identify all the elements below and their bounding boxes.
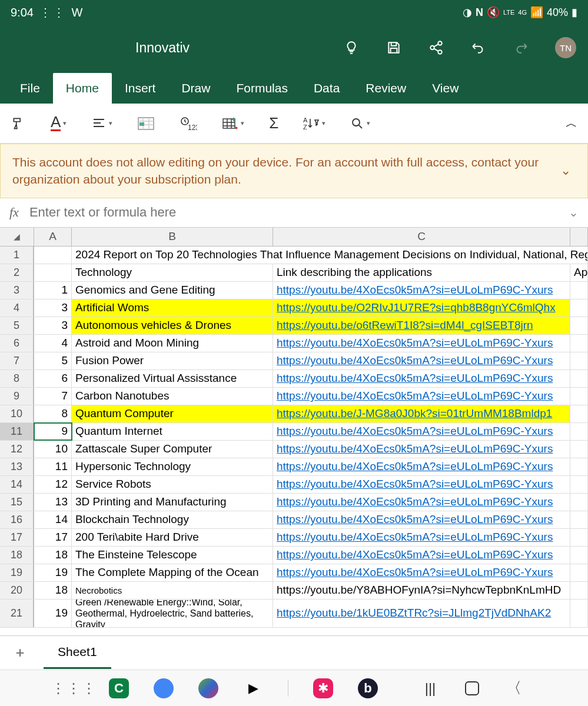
cell-a[interactable] <box>34 264 72 281</box>
table-row[interactable]: 1818The Einsteine Telescopehttps://youtu… <box>0 547 588 564</box>
cell-d[interactable] <box>570 282 588 299</box>
cell-c[interactable]: https://youtu.be/4XoEcs0k5mA?si=eULoLmP6… <box>273 370 570 387</box>
cell-c[interactable]: https://youtu.be/o6tRewiT1I8?si=dM4l_cgI… <box>273 317 570 334</box>
cell-c[interactable]: https://youtu.be/4XoEcs0k5mA?si=eULoLmP6… <box>273 564 570 581</box>
cell-c[interactable]: https://youtu.be/4XoEcs0k5mA?si=eULoLmP6… <box>273 282 570 299</box>
row-header[interactable]: 18 <box>0 547 34 564</box>
app-icon-5[interactable]: b <box>358 678 378 698</box>
save-icon[interactable] <box>386 39 402 56</box>
cell-a[interactable]: 19 <box>34 564 72 581</box>
formula-expand-icon[interactable]: ⌄ <box>569 205 579 219</box>
cell-b[interactable]: Carbon Nanotubes <box>72 388 273 405</box>
table-row[interactable]: 43Artificial Womshttps://youtu.be/O2RIvJ… <box>0 299 588 317</box>
row-header[interactable]: 13 <box>0 458 34 475</box>
row-header[interactable]: 12 <box>0 441 34 458</box>
app-icon-4[interactable]: ✱ <box>313 678 333 698</box>
redo-icon[interactable] <box>513 39 529 56</box>
table-row[interactable]: 15133D Printing and Manufacturinghttps:/… <box>0 494 588 511</box>
cell-a[interactable]: 19 <box>34 600 72 627</box>
row-header[interactable]: 20 <box>0 582 34 599</box>
app-icon-2[interactable] <box>154 678 174 698</box>
row-header[interactable]: 2 <box>0 264 34 281</box>
cell-c[interactable]: https://youtu.be/4XoEcs0k5mA?si=eULoLmP6… <box>273 441 570 458</box>
menu-home[interactable]: Home <box>53 73 112 104</box>
merge-cells-button[interactable] <box>137 116 155 131</box>
cell-d[interactable] <box>570 405 588 422</box>
document-title[interactable]: Innovativ <box>135 40 190 56</box>
cell-d[interactable] <box>570 476 588 493</box>
apps-icon[interactable]: ⋮⋮⋮ <box>64 678 84 698</box>
cell-c[interactable]: https://youtu.be/J-MG8a0J0bk?si=01trUmMM… <box>273 405 570 422</box>
row-header[interactable]: 4 <box>0 299 34 317</box>
avatar[interactable]: TN <box>555 37 576 58</box>
cell-c[interactable]: https://youtu.be/1kUE0BZtTRc?si=JLlmg2Tj… <box>273 600 570 627</box>
app-icon-1[interactable]: C <box>109 678 129 698</box>
cell-c[interactable]: https://youtu.be/4XoEcs0k5mA?si=eULoLmP6… <box>273 458 570 475</box>
cell-a[interactable]: 18 <box>34 582 72 599</box>
table-row[interactable]: 2018Necroboticshttps://youtu.be/Y8ABHOFy… <box>0 582 588 600</box>
row-header[interactable]: 6 <box>0 335 34 352</box>
format-painter-button[interactable] <box>11 116 26 131</box>
collapse-toolbar-button[interactable]: ︿ <box>566 115 577 131</box>
cell-a[interactable]: 10 <box>34 441 72 458</box>
menu-insert[interactable]: Insert <box>112 73 169 104</box>
cell-d[interactable] <box>570 582 588 599</box>
table-row[interactable]: 1210Zattascale Super Computerhttps://you… <box>0 441 588 458</box>
cell-b-spill[interactable]: 2024 Report on Top 20 Technologies That … <box>72 247 588 264</box>
table-row[interactable]: 86Personalized Virtual Assisstancehttps:… <box>0 370 588 388</box>
cell-a[interactable]: 3 <box>34 299 72 317</box>
cell-c[interactable]: https://youtu.be/4XoEcs0k5mA?si=eULoLmP6… <box>273 352 570 369</box>
cell-b[interactable]: Blockchain Technology <box>72 511 273 528</box>
cell-b[interactable]: Quantum Computer <box>72 405 273 422</box>
cell-a[interactable]: 7 <box>34 388 72 405</box>
row-header[interactable]: 17 <box>0 529 34 546</box>
sort-filter-button[interactable]: AZ▾ <box>303 116 325 131</box>
sheet-tab-1[interactable]: Sheet1 <box>44 637 111 669</box>
row-header[interactable]: 1 <box>0 247 34 264</box>
cell-b[interactable]: Green /Renewable Energy::Wind, Solar, Ge… <box>72 600 273 627</box>
undo-icon[interactable] <box>470 39 487 56</box>
cell-d[interactable] <box>570 600 588 627</box>
cell-d[interactable] <box>570 441 588 458</box>
cell-d[interactable] <box>570 511 588 528</box>
row-header[interactable]: 11 <box>0 423 34 440</box>
menu-data[interactable]: Data <box>301 73 353 104</box>
cell-d[interactable]: App <box>570 264 588 281</box>
column-header-a[interactable]: A <box>34 228 72 246</box>
table-row[interactable]: 1412Service Robotshttps://youtu.be/4XoEc… <box>0 476 588 494</box>
cell-c[interactable]: https://youtu.be/4XoEcs0k5mA?si=eULoLmP6… <box>273 511 570 528</box>
table-row[interactable]: 1614Blockchain Technologyhttps://youtu.b… <box>0 511 588 529</box>
cell-c[interactable]: Link describing the applications <box>273 264 570 281</box>
table-row[interactable]: 119Quantum Internethttps://youtu.be/4XoE… <box>0 423 588 441</box>
cell-c[interactable]: https://youtu.be/4XoEcs0k5mA?si=eULoLmP6… <box>273 388 570 405</box>
menu-view[interactable]: View <box>419 73 471 104</box>
cell-c[interactable]: https://youtu.be/O2RIvJ1U7RE?si=qhb8B8gn… <box>273 299 570 317</box>
row-header[interactable]: 9 <box>0 388 34 405</box>
table-row[interactable]: 1717200 Teri\abite Hard Drivehttps://you… <box>0 529 588 547</box>
row-header[interactable]: 10 <box>0 405 34 422</box>
column-header-c[interactable]: C <box>273 228 570 246</box>
select-all-corner[interactable]: ◢ <box>0 228 34 246</box>
font-color-button[interactable]: A▾ <box>51 115 67 131</box>
row-header[interactable]: 7 <box>0 352 34 369</box>
cell-d[interactable] <box>570 335 588 352</box>
row-header[interactable]: 5 <box>0 317 34 334</box>
cell-b[interactable]: Quantum Internet <box>72 423 273 440</box>
cell-d[interactable] <box>570 352 588 369</box>
row-header[interactable]: 3 <box>0 282 34 299</box>
cell-d[interactable] <box>570 423 588 440</box>
cell-c[interactable]: https://youtu.be/4XoEcs0k5mA?si=eULoLmP6… <box>273 547 570 564</box>
cell-c[interactable]: https://youtu.be/4XoEcs0k5mA?si=eULoLmP6… <box>273 529 570 546</box>
table-row[interactable]: 53Autonomous vehicles & Droneshttps://yo… <box>0 317 588 335</box>
cell-a[interactable]: 11 <box>34 458 72 475</box>
menu-review[interactable]: Review <box>353 73 419 104</box>
cell-d[interactable] <box>570 494 588 511</box>
add-sheet-button[interactable]: + <box>8 644 32 662</box>
cell-d[interactable] <box>570 370 588 387</box>
menu-draw[interactable]: Draw <box>168 73 223 104</box>
cell-a[interactable]: 3 <box>34 317 72 334</box>
app-icon-3[interactable] <box>198 678 218 698</box>
share-icon[interactable] <box>428 39 444 56</box>
formula-input[interactable] <box>29 205 569 220</box>
cell-a[interactable] <box>34 247 72 264</box>
